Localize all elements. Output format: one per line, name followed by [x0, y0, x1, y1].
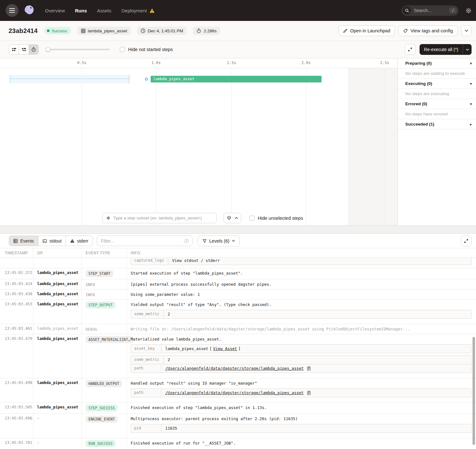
- event-type-badge: INFO: [86, 283, 95, 287]
- event-row[interactable]: 13:45:03.461lambda_pipes_assetDEBUGWriti…: [0, 324, 476, 334]
- terminal-icon: [42, 239, 47, 243]
- timeline-tick-label: 2.0s: [302, 61, 311, 65]
- metadata-value-text: 2: [167, 357, 170, 362]
- gantt-fullscreen-button[interactable]: [405, 44, 415, 55]
- event-type-cell: INFO: [82, 290, 127, 299]
- clipboard-icon[interactable]: [307, 366, 311, 371]
- gantt-waiting-box: [10, 75, 129, 83]
- metadata-value: lambda_pipes_asset[View Asset]: [161, 345, 245, 353]
- hide-not-started-checkbox-row[interactable]: Hide not started steps: [120, 47, 173, 52]
- events-scrollbar[interactable]: [473, 337, 475, 445]
- zoom-to-fit-group[interactable]: [224, 213, 241, 223]
- metadata-link[interactable]: /Users/alangenfeld/data/dagster/storage/…: [165, 390, 304, 395]
- view-tags-config-button[interactable]: View tags and config: [398, 25, 458, 36]
- tab-events[interactable]: Events: [9, 236, 38, 246]
- view-mode-timed-button[interactable]: [29, 44, 39, 55]
- event-info: [pipes] external process successfully op…: [127, 279, 476, 289]
- top-nav: OverviewRunsAssetsDeployment Search... /: [0, 0, 476, 21]
- event-message: Handled output "result" using IO manager…: [131, 381, 476, 386]
- gridline: [306, 68, 306, 225]
- event-row[interactable]: 13:45:03.470lambda_pipes_assetASSET_MATE…: [0, 334, 476, 378]
- slider-handle[interactable]: [46, 47, 50, 52]
- timeline-tick-label: 1.5s: [227, 61, 236, 65]
- gridline: [156, 68, 156, 225]
- nav-item-runs[interactable]: Runs: [75, 8, 87, 13]
- metadata-row: path/Users/alangenfeld/data/dagster/stor…: [131, 364, 471, 373]
- tab-stderr[interactable]: stderr: [66, 236, 93, 246]
- event-op: lambda_pipes_asset: [33, 403, 82, 413]
- hide-unselected-checkbox[interactable]: [250, 216, 255, 221]
- log-filter-input[interactable]: [101, 238, 184, 244]
- event-type-badge: STEP_START: [86, 270, 113, 277]
- reexecute-all-button[interactable]: Re-execute all (*): [420, 44, 472, 55]
- event-row[interactable]: 13:45:03.696-ENGINE_EVENTMultiprocess ex…: [0, 414, 476, 438]
- sidebar-section-header[interactable]: Succeeded (1)▸: [398, 119, 476, 129]
- sidebar-section-title: Preparing (0): [405, 61, 432, 66]
- sidebar-section-header[interactable]: Preparing (0)▾: [398, 58, 476, 68]
- event-info: Handled output "result" using IO manager…: [127, 378, 476, 402]
- gantt-step-marker-icon: [145, 78, 148, 81]
- metadata-value: /Users/alangenfeld/data/dagster/storage/…: [161, 364, 315, 373]
- run-header-more-button[interactable]: [461, 25, 472, 36]
- event-row[interactable]: 13:45:02.372lambda_pipes_assetSTEP_START…: [0, 268, 476, 279]
- event-row[interactable]: 13:45:03.424lambda_pipes_assetINFO[pipes…: [0, 279, 476, 290]
- gantt-step-bar[interactable]: lambda_pipes_asset: [151, 76, 322, 82]
- stopwatch-icon: [196, 28, 201, 33]
- event-op: [33, 258, 82, 268]
- metadata-value-text: View stdout / stderr: [172, 258, 220, 263]
- levels-filter-button[interactable]: Levels (6): [198, 236, 240, 246]
- column-header: EVENT TYPE: [82, 248, 127, 257]
- metadata-link[interactable]: /Users/alangenfeld/data/dagster/storage/…: [165, 366, 304, 371]
- gantt-bottom-controls: Hide unselected steps: [102, 213, 305, 223]
- tab-stdout[interactable]: stdout: [38, 236, 66, 246]
- gantt-zoom-slider[interactable]: [46, 49, 110, 50]
- timeline-tick-label: 2.5s: [380, 61, 389, 65]
- settings-gear-icon[interactable]: [466, 8, 472, 14]
- job-name-tag[interactable]: lambda_pipes_asset: [77, 27, 131, 35]
- event-type-cell: ASSET_MATERIALIZAT…: [82, 334, 127, 378]
- dagster-logo-icon[interactable]: [22, 3, 36, 17]
- event-op: lambda_pipes_asset: [33, 378, 82, 402]
- reexecute-dropdown-button[interactable]: [463, 44, 472, 55]
- panel-splitter[interactable]: [0, 225, 476, 234]
- event-timestamp: 13:45:03.453: [0, 300, 33, 324]
- nav-item-assets[interactable]: Assets: [97, 8, 111, 13]
- metadata-table: captured_logsView stdout / stderr: [131, 258, 472, 265]
- caret-down-icon: ▾: [470, 81, 472, 86]
- hide-not-started-checkbox[interactable]: [120, 47, 125, 52]
- view-mode-waterfall-button[interactable]: [19, 44, 29, 55]
- clipboard-icon[interactable]: [307, 391, 311, 395]
- nav-item-deployment[interactable]: Deployment: [121, 8, 155, 13]
- log-filter-wrap[interactable]: [97, 236, 192, 246]
- metadata-link[interactable]: View Asset: [213, 346, 237, 351]
- hide-unselected-checkbox-row[interactable]: Hide unselected steps: [248, 214, 305, 222]
- metadata-key: asset_key: [131, 345, 161, 353]
- sidebar-section-body: No steps have errored: [398, 109, 476, 119]
- step-subset-input-wrap[interactable]: [102, 213, 217, 223]
- metadata-table: path/Users/alangenfeld/data/dagster/stor…: [131, 388, 472, 397]
- open-in-launchpad-button[interactable]: Open in Launchpad: [338, 25, 395, 36]
- event-row[interactable]: captured_logsView stdout / stderr: [0, 258, 476, 268]
- search-input[interactable]: Search... /: [401, 5, 459, 16]
- metadata-key: some_metric: [131, 310, 164, 318]
- event-row[interactable]: 13:45:03.453lambda_pipes_assetSTEP_OUTPU…: [0, 300, 476, 324]
- event-message: Started execution of step "lambda_pipes_…: [131, 270, 476, 276]
- nav-item-overview[interactable]: Overview: [45, 8, 65, 13]
- view-mode-flat-button[interactable]: [9, 44, 19, 55]
- event-row[interactable]: 13:45:03.701-RUN_SUCCESSFinished executi…: [0, 438, 476, 449]
- events-panel: Events stdout stderr Levels (6) T: [0, 234, 476, 449]
- event-row[interactable]: 13:45:03.438lambda_pipes_assetINFOUsing …: [0, 290, 476, 300]
- gantt-section: 0.5s1.0s1.5s2.0s2.5s lambda_pipes_asset …: [0, 58, 476, 225]
- sidebar-section-header[interactable]: Errored (0)▾: [398, 99, 476, 109]
- event-row[interactable]: 13:45:03.498lambda_pipes_assetHANDLED_OU…: [0, 378, 476, 403]
- event-row[interactable]: 13:45:03.505lambda_pipes_assetSTEP_SUCCE…: [0, 403, 476, 414]
- hamburger-menu-button[interactable]: [6, 4, 18, 17]
- run-status-badge: Success: [44, 27, 71, 35]
- sidebar-section-header[interactable]: Executing (0)▾: [398, 79, 476, 89]
- hide-not-started-label: Hide not started steps: [128, 47, 173, 52]
- events-fullscreen-button[interactable]: [461, 236, 472, 246]
- event-info: Writing file at: /Users/alangenfeld/data…: [127, 324, 476, 334]
- event-op: lambda_pipes_asset: [33, 334, 82, 378]
- step-subset-input[interactable]: [113, 216, 213, 220]
- clear-filter-icon[interactable]: [184, 238, 189, 244]
